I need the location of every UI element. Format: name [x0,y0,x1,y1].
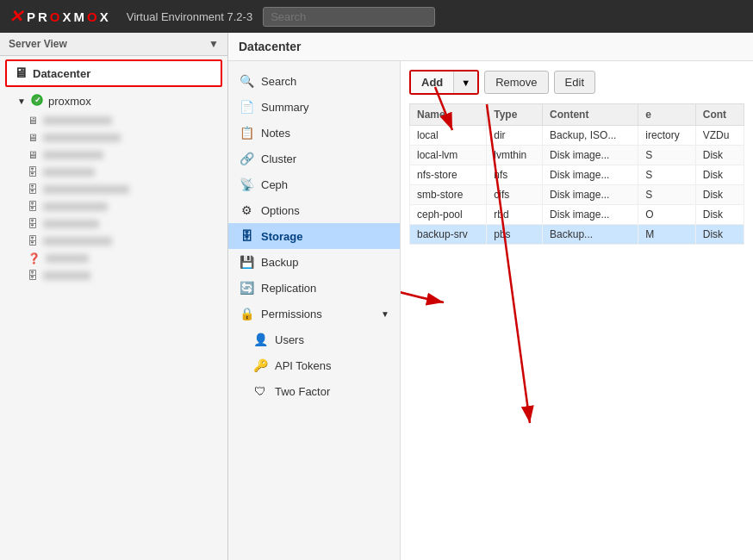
nav-replication-label: Replication [261,282,316,295]
datacenter-label: Datacenter [33,67,90,80]
add-button-group: Add ▼ [409,70,479,95]
row-content: Disk image... [543,185,638,205]
storage-icon-6: 🗄 [28,270,38,282]
content-inner: 🔍 Search 📄 Summary 📋 Notes 🔗 Cluster 📡 [228,61,753,560]
storage-label-blur-3 [43,202,108,211]
logo: ✕ PROXMOX [9,6,111,27]
sidebar-item-two-factor[interactable]: 🛡 Two Factor [228,378,400,404]
backup-icon: 💾 [239,255,254,269]
nav-two-factor-label: Two Factor [275,385,330,398]
sidebar-item-storage[interactable]: 🗄 Storage [228,223,400,249]
row-type: pbs [487,225,543,245]
server-item[interactable]: ▼ ✓ proxmox [0,90,227,112]
users-icon: 👤 [252,333,268,346]
list-item[interactable]: 🗄 [0,164,227,181]
vm-icon-3: 🖥 [28,149,38,161]
sidebar: Server View ▼ 🖥 Datacenter ▼ ✓ proxmox 🖥… [0,33,228,560]
datacenter-item[interactable]: 🖥 Datacenter [5,59,222,87]
replication-icon: 🔄 [239,281,254,295]
sidebar-item-notes[interactable]: 📋 Notes [228,120,400,146]
row-path: O [638,205,695,225]
row-cont: VZDu [695,126,744,146]
row-content: Disk image... [543,146,638,165]
list-item[interactable]: 🗄 [0,233,227,250]
sidebar-item-permissions[interactable]: 🔒 Permissions ▼ [228,301,400,327]
sidebar-item-options[interactable]: ⚙ Options [228,197,400,223]
storage-table: Name Type Content e Cont local dir Backu… [409,103,744,245]
sidebar-item-backup[interactable]: 💾 Backup [228,249,400,275]
storage-icon-5: 🗄 [28,235,38,247]
list-item[interactable]: 🗄 [0,267,227,284]
table-row[interactable]: backup-srv pbs Backup... M Disk [410,225,744,245]
list-item[interactable]: 🗄 [0,181,227,198]
storage-label-blur-1 [43,168,95,177]
table-row[interactable]: smb-store cifs Disk image... S Disk [410,185,744,205]
nav-notes-label: Notes [261,127,290,140]
sidebar-item-users[interactable]: 👤 Users [228,327,400,352]
permissions-expand-arrow: ▼ [381,309,389,319]
add-dropdown-arrow[interactable]: ▼ [453,72,477,93]
toolbar: Add ▼ Remove Edit [409,70,744,95]
sidebar-item-search[interactable]: 🔍 Search [228,68,400,94]
storage-icon-4: 🗄 [28,218,38,230]
row-type: lvmthin [487,146,543,165]
nav-ceph-label: Ceph [261,178,288,191]
notes-icon: 📋 [239,126,254,140]
table-row[interactable]: ceph-pool rbd Disk image... O Disk [410,205,744,225]
nav-options-label: Options [261,204,300,217]
sidebar-collapse-icon[interactable]: ▼ [208,38,219,50]
options-icon: ⚙ [239,203,254,217]
table-row[interactable]: nfs-store nfs Disk image... S Disk [410,165,744,185]
vm-label-blur-2 [43,134,121,142]
storage-label-blur-4 [43,220,99,228]
api-tokens-icon: 🔑 [252,358,268,372]
col-name: Name [410,104,487,126]
storage-icon-1: 🗄 [28,166,38,178]
list-item[interactable]: 🖥 [0,129,227,146]
permissions-icon: 🔒 [239,307,254,320]
col-cont: Cont [695,104,744,126]
row-content: Disk image... [543,165,638,185]
list-item[interactable]: 🖥 [0,112,227,129]
add-button[interactable]: Add [411,72,453,93]
col-type: Type [487,104,543,126]
list-item[interactable]: 🗄 [0,215,227,233]
row-name: local-lvm [410,146,487,165]
breadcrumb: Datacenter [228,33,753,61]
row-cont: Disk [695,185,744,205]
row-name: local [410,126,487,146]
summary-icon: 📄 [239,100,254,114]
storage-icon-2: 🗄 [28,184,38,196]
row-type: nfs [487,165,543,185]
sidebar-item-replication[interactable]: 🔄 Replication [228,275,400,301]
sidebar-header: Server View ▼ [0,33,227,56]
row-type: dir [487,126,543,146]
row-cont: Disk [695,205,744,225]
edit-button[interactable]: Edit [554,71,595,94]
nav-users-label: Users [275,333,304,346]
sidebar-item-summary[interactable]: 📄 Summary [228,94,400,120]
search-input[interactable] [263,7,435,27]
table-row[interactable]: local-lvm lvmthin Disk image... S Disk [410,146,744,165]
storage-label-blur-6 [43,271,90,280]
datacenter-icon: 🖥 [14,65,28,81]
sidebar-item-ceph[interactable]: 📡 Ceph [228,171,400,197]
row-content: Backup, ISO... [543,126,638,146]
sidebar-item-cluster[interactable]: 🔗 Cluster [228,146,400,171]
vm-icon-2: 🖥 [28,132,38,144]
content-right: Add ▼ Remove Edit Name Type Content e [401,61,753,560]
table-row[interactable]: local dir Backup, ISO... irectory VZDu [410,126,744,146]
remove-button[interactable]: Remove [484,71,548,94]
server-view-label: Server View [9,38,67,50]
list-item[interactable]: ❓ [0,250,227,267]
list-item[interactable]: 🗄 [0,198,227,215]
vm-label-blur-3 [43,151,103,159]
storage-label-blur-2 [43,185,129,194]
vm-icon: 🖥 [28,115,38,127]
two-factor-icon: 🛡 [252,384,268,398]
list-item[interactable]: 🖥 [0,146,227,164]
sidebar-item-api-tokens[interactable]: 🔑 API Tokens [228,352,400,378]
nav-backup-label: Backup [261,256,298,269]
row-path: S [638,165,695,185]
row-cont: Disk [695,146,744,165]
